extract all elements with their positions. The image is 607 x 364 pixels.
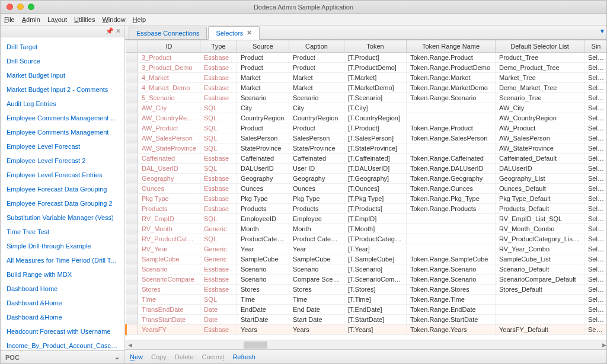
table-row[interactable]: AW_StateProvinceSQLStateProvinceState/Pr… xyxy=(126,143,608,154)
sidebar-item[interactable]: Income_By_Product_Account_Cascade xyxy=(1,339,124,350)
cell-default-selector[interactable]: RV_ProductCategory_List_SQL xyxy=(496,234,584,244)
cell-id[interactable]: TransStartDate xyxy=(138,315,200,325)
cell-token-range[interactable] xyxy=(407,113,496,123)
cell-default-selector[interactable]: Products_Default xyxy=(496,204,584,214)
cell-token[interactable]: [T.ProductCategory] xyxy=(344,234,407,244)
cell-single[interactable]: Select a xyxy=(584,315,608,325)
cell-token-range[interactable]: Token.Range.Products xyxy=(407,204,496,214)
cell-type[interactable]: Date xyxy=(200,315,237,325)
cell-type[interactable]: Essbase xyxy=(200,285,237,295)
cell-caption[interactable]: Caffeinated xyxy=(289,154,344,164)
tab-essbase-connections[interactable]: Essbase Connections xyxy=(129,27,207,39)
cell-default-selector[interactable]: Scenario_Tree xyxy=(496,93,584,103)
scroll-right-icon[interactable]: ▶ xyxy=(599,340,607,350)
col-source[interactable]: Source xyxy=(237,40,289,53)
table-row[interactable]: RV_EmpIDSQLEmployeeIDEmployee[T.EmpID]RV… xyxy=(126,214,608,224)
cell-token[interactable]: [T.Product] xyxy=(344,53,407,63)
table-row[interactable]: AW_ProductSQLProductProduct[T.Product]To… xyxy=(126,123,608,133)
row-handle[interactable] xyxy=(126,53,138,63)
cell-default-selector[interactable]: Caffeinated_Default xyxy=(496,154,584,164)
cell-type[interactable]: Date xyxy=(200,305,237,315)
cell-default-selector[interactable]: Pkg Type_Default xyxy=(496,194,584,204)
cell-single[interactable]: Select a xyxy=(584,325,608,335)
cell-id[interactable]: 3_Product xyxy=(138,53,200,63)
cell-token[interactable]: [T.StartDate] xyxy=(344,315,407,325)
sidebar-item[interactable]: Dashboard &Home xyxy=(1,296,124,310)
row-handle[interactable] xyxy=(126,244,138,254)
cell-source[interactable]: Time xyxy=(237,295,289,305)
cell-caption[interactable]: Year xyxy=(289,244,344,254)
cell-id[interactable]: Time xyxy=(138,295,200,305)
cell-caption[interactable]: Product Category xyxy=(289,234,344,244)
cell-token[interactable]: [T.Market] xyxy=(344,73,407,83)
cell-type[interactable]: SQL xyxy=(200,123,237,133)
menu-window[interactable]: Window xyxy=(102,16,125,23)
maximize-window-icon[interactable] xyxy=(28,4,34,10)
sidebar-item[interactable]: Substitution Variable Manager (Vess) xyxy=(1,210,124,225)
col-single[interactable]: Sin xyxy=(584,40,608,53)
cell-token-range[interactable] xyxy=(407,214,496,224)
close-window-icon[interactable] xyxy=(7,4,13,10)
cell-token-range[interactable] xyxy=(407,234,496,244)
table-row[interactable]: GeographyEssbaseGeographyGeography[T.Geo… xyxy=(126,174,608,184)
tabs-dropdown-icon[interactable]: ▼ xyxy=(599,28,605,34)
cell-id[interactable]: AW_Product xyxy=(138,123,200,133)
cell-source[interactable]: Scenario xyxy=(237,93,289,103)
cell-token[interactable]: [T.DALUserID] xyxy=(344,164,407,174)
cell-id[interactable]: AW_StateProvince xyxy=(138,143,200,154)
sidebar-item[interactable]: Employee Level Forecast xyxy=(1,139,124,154)
table-row[interactable]: 5_ScenarioEssbaseScenarioScenario[T.Scen… xyxy=(126,93,608,103)
cell-source[interactable]: Product xyxy=(237,123,289,133)
sidebar-item[interactable]: Dashboard Home xyxy=(1,282,124,296)
table-row[interactable]: OuncesEssbaseOuncesOunces[T.Ounces]Token… xyxy=(126,184,608,194)
table-row[interactable]: 4_Market_DemoEssbaseMarketMarket[T.Marke… xyxy=(126,83,608,93)
cell-token[interactable]: [T.Stores] xyxy=(344,285,407,295)
cell-source[interactable]: ProductCategory xyxy=(237,234,289,244)
cell-id[interactable]: RV_ProductCategory xyxy=(138,234,200,244)
cell-source[interactable]: Year xyxy=(237,244,289,254)
cell-source[interactable]: City xyxy=(237,103,289,113)
cell-id[interactable]: ScenarioCompare xyxy=(138,274,200,285)
row-handle[interactable] xyxy=(126,113,138,123)
cell-single[interactable]: Select a xyxy=(584,83,608,93)
table-row[interactable]: AW_SalesPersonSQLSalesPersonSalesPerson[… xyxy=(126,133,608,143)
refresh-button[interactable]: Refresh xyxy=(232,353,255,360)
tab-selectors[interactable]: Selectors ✕ xyxy=(208,26,260,40)
col-token[interactable]: Token xyxy=(344,40,407,53)
cell-token-range[interactable] xyxy=(407,224,496,234)
row-handle[interactable] xyxy=(126,103,138,113)
cell-token[interactable]: [T.StateProvince] xyxy=(344,143,407,154)
cell-token[interactable]: [T.Ounces] xyxy=(344,184,407,194)
cell-source[interactable]: StateProvince xyxy=(237,143,289,154)
cell-token-range[interactable] xyxy=(407,143,496,154)
cell-id[interactable]: 5_Scenario xyxy=(138,93,200,103)
cell-default-selector[interactable]: SampleCube_List xyxy=(496,254,584,264)
row-handle[interactable] xyxy=(126,83,138,93)
cell-id[interactable]: Stores xyxy=(138,285,200,295)
row-handle[interactable] xyxy=(126,194,138,204)
sidebar-item[interactable]: Dashboard &Home xyxy=(1,310,124,324)
cell-id[interactable]: Geography xyxy=(138,174,200,184)
row-handle[interactable] xyxy=(126,93,138,103)
row-handle[interactable] xyxy=(126,214,138,224)
cell-source[interactable]: SampleCube xyxy=(237,254,289,264)
cell-single[interactable]: Select a xyxy=(584,305,608,315)
cell-caption[interactable]: Time xyxy=(289,295,344,305)
table-row[interactable]: SampleCubeGenericSampleCubeSampleCube[T.… xyxy=(126,254,608,264)
cell-token-range[interactable]: Token.Range.Caffeinated xyxy=(407,154,496,164)
cell-caption[interactable]: Product xyxy=(289,123,344,133)
cell-token-range[interactable] xyxy=(407,244,496,254)
cell-token-range[interactable]: Token.Range.EndDate xyxy=(407,305,496,315)
cell-single[interactable]: Select a xyxy=(584,174,608,184)
sidebar-item[interactable]: Market Budget Input xyxy=(1,68,124,82)
cell-id[interactable]: AW_City xyxy=(138,103,200,113)
cell-caption[interactable]: Scenario xyxy=(289,93,344,103)
cell-token[interactable]: [T.MarketDemo] xyxy=(344,83,407,93)
cell-token[interactable]: [T.Time] xyxy=(344,295,407,305)
cell-type[interactable]: SQL xyxy=(200,214,237,224)
cell-single[interactable]: Select a xyxy=(584,295,608,305)
cell-default-selector[interactable]: AW_StateProvince xyxy=(496,143,584,154)
cell-default-selector[interactable]: Ounces_Default xyxy=(496,184,584,194)
cell-token[interactable]: [T.Scenario] xyxy=(344,93,407,103)
cell-default-selector[interactable]: ScenarioCompare_Default xyxy=(496,274,584,285)
